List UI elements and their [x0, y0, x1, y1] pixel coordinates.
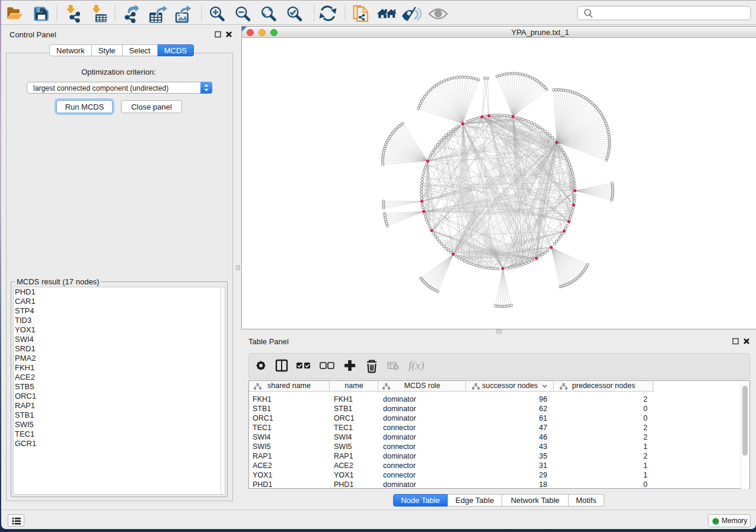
svg-text:f(x): f(x) — [409, 359, 424, 372]
